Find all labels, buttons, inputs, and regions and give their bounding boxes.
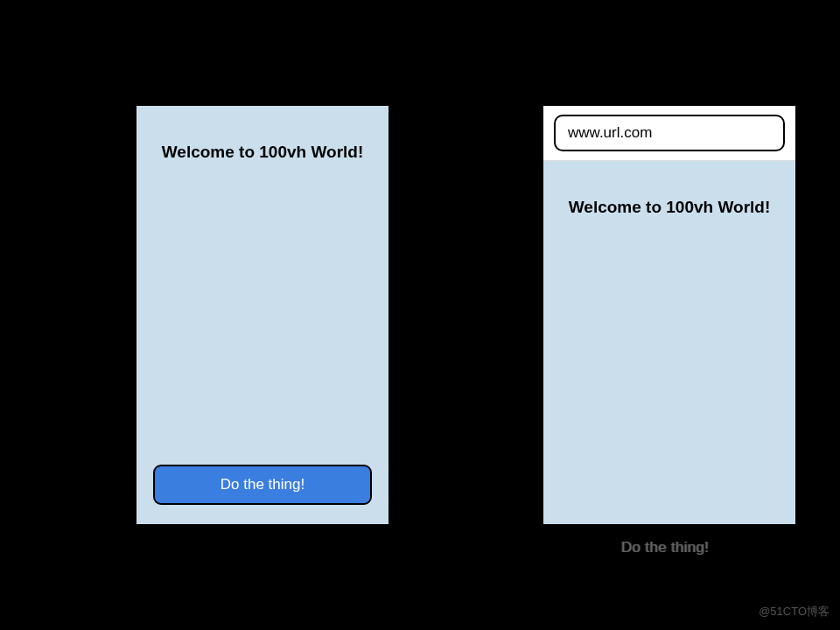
browser-address-bar (543, 106, 795, 161)
welcome-heading: Welcome to 100vh World! (543, 161, 795, 217)
welcome-heading: Welcome to 100vh World! (136, 106, 388, 162)
viewport-content: Welcome to 100vh World! (543, 161, 795, 525)
url-input[interactable] (554, 115, 785, 151)
viewport-content: Welcome to 100vh World! Do the thing! (136, 106, 388, 524)
phone-mockup-actual: Welcome to 100vh World! (542, 105, 796, 525)
watermark: @51CTO博客 (759, 604, 830, 620)
cta-button[interactable]: Do the thing! (153, 465, 372, 505)
phone-mockup-ideal: Welcome to 100vh World! Do the thing! (136, 105, 389, 525)
cta-button-overflow: Do the thing! (621, 539, 709, 556)
